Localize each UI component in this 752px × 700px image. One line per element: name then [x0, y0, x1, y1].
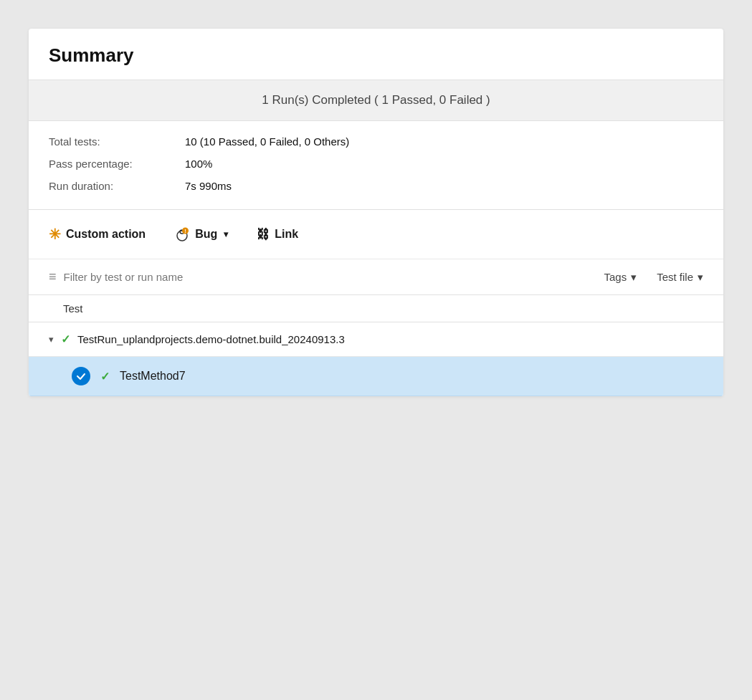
main-container: Summary 1 Run(s) Completed ( 1 Passed, 0…	[29, 29, 723, 396]
test-file-label: Test file	[657, 271, 693, 283]
run-completed-banner: 1 Run(s) Completed ( 1 Passed, 0 Failed …	[29, 80, 723, 121]
total-tests-value: 10 (10 Passed, 0 Failed, 0 Others)	[185, 135, 349, 148]
link-button[interactable]: ⛓ Link	[257, 224, 298, 245]
run-duration-value: 7s 990ms	[185, 180, 232, 192]
asterisk-icon: ✳	[49, 226, 61, 243]
run-duration-label: Run duration:	[49, 180, 185, 192]
test-file-filter-button[interactable]: Test file ▾	[657, 271, 703, 284]
tags-label: Tags	[604, 271, 627, 283]
action-bar: ✳ Custom action ! Bug ▾ ⛓ Link	[29, 210, 723, 259]
filter-bar: ≡ Tags ▾ Test file ▾	[29, 259, 723, 295]
stats-section: Total tests: 10 (10 Passed, 0 Failed, 0 …	[29, 121, 723, 210]
filter-input-wrapper: ≡	[49, 269, 584, 284]
custom-action-button[interactable]: ✳ Custom action	[49, 223, 146, 246]
test-run-row[interactable]: ▾ ✓ TestRun_uplandprojects.demo-dotnet.b…	[29, 322, 723, 357]
filter-input[interactable]	[64, 271, 584, 283]
filter-icon: ≡	[49, 269, 57, 284]
summary-title: Summary	[49, 44, 134, 66]
table-header: Test	[29, 295, 723, 322]
bug-icon: !	[174, 226, 190, 242]
link-label: Link	[275, 228, 298, 241]
run-duration-row: Run duration: 7s 990ms	[49, 180, 703, 192]
test-run-name: TestRun_uplandprojects.demo-dotnet.build…	[77, 333, 345, 345]
bug-button[interactable]: ! Bug ▾	[174, 224, 228, 245]
tags-chevron-icon: ▾	[631, 271, 637, 284]
bug-label: Bug	[195, 228, 217, 241]
svg-text:!: !	[184, 229, 186, 234]
table-column-test: Test	[63, 302, 83, 315]
run-completed-text: 1 Run(s) Completed ( 1 Passed, 0 Failed …	[262, 93, 490, 107]
tags-filter-button[interactable]: Tags ▾	[604, 271, 637, 284]
bug-chevron-icon: ▾	[224, 229, 228, 239]
total-tests-label: Total tests:	[49, 135, 185, 148]
selected-indicator	[72, 367, 90, 385]
total-tests-row: Total tests: 10 (10 Passed, 0 Failed, 0 …	[49, 135, 703, 148]
pass-percentage-label: Pass percentage:	[49, 158, 185, 170]
link-icon: ⛓	[257, 227, 270, 242]
custom-action-label: Custom action	[66, 228, 146, 241]
summary-title-row: Summary	[29, 29, 723, 80]
test-run-pass-icon: ✓	[61, 332, 70, 346]
test-file-chevron-icon: ▾	[698, 271, 703, 284]
test-method-pass-icon: ✓	[100, 370, 110, 383]
pass-percentage-value: 100%	[185, 158, 212, 170]
test-method-name: TestMethod7	[120, 370, 186, 383]
expand-chevron-icon[interactable]: ▾	[49, 334, 54, 345]
test-method-row[interactable]: ✓ TestMethod7	[29, 357, 723, 396]
pass-percentage-row: Pass percentage: 100%	[49, 158, 703, 170]
